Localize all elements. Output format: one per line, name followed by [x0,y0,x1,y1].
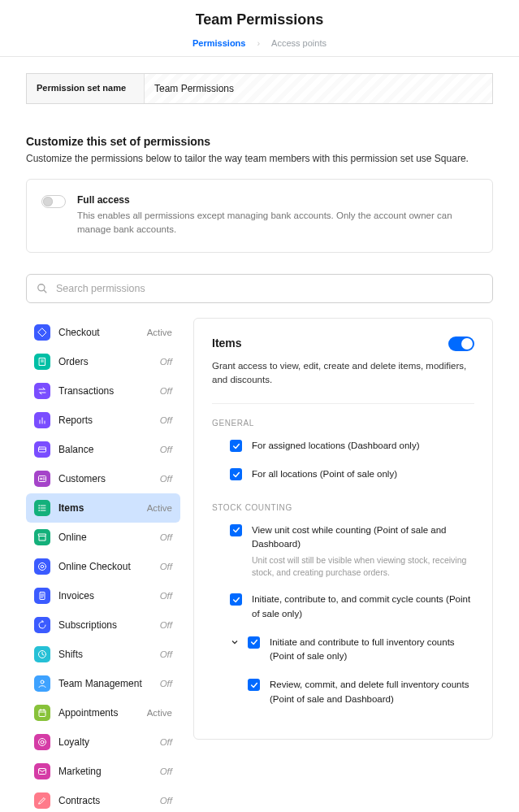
permission-row: Review, commit, and delete full inventor… [248,678,474,706]
sidebar-item-reports[interactable]: ReportsOff [26,406,180,435]
sidebar-item-appointments[interactable]: AppointmentsActive [26,698,180,727]
permission-label: For all locations (Point of sale only) [252,467,474,481]
clock-icon [34,646,50,662]
svg-point-11 [41,478,42,480]
sidebar-item-contracts[interactable]: ContractsOff [26,786,180,813]
sidebar-item-status: Active [147,708,172,718]
sidebar-item-label: Appointments [58,707,139,719]
permission-label: Initiate, contribute to, and commit cycl… [252,593,474,621]
sidebar-item-status: Off [160,679,172,688]
diamond-icon [34,324,50,341]
sidebar-item-status: Off [160,445,172,454]
detail-description: Grant access to view, edit, create and d… [212,359,474,388]
permission-checkbox[interactable] [248,679,260,691]
sidebar-item-status: Off [160,796,172,805]
permission-row: For all locations (Point of sale only) [230,467,474,481]
permission-group-label: STOCK COUNTING [212,503,474,512]
permission-checkbox[interactable] [230,524,242,536]
sidebar-item-subscriptions[interactable]: SubscriptionsOff [26,610,180,640]
customize-title: Customize this set of permissions [26,135,493,148]
sidebar-item-status: Off [160,357,172,367]
detail-master-toggle[interactable] [448,337,474,351]
sidebar-item-status: Off [160,766,172,776]
sidebar-item-orders[interactable]: OrdersOff [26,347,180,376]
sidebar-item-status: Off [160,649,172,659]
mail-icon [34,763,50,779]
permission-label: Review, commit, and delete full inventor… [270,678,474,706]
sidebar-item-status: Off [160,620,172,630]
sidebar-item-label: Marketing [58,766,152,777]
sidebar-item-label: Subscriptions [58,619,152,631]
sidebar-item-loyalty[interactable]: LoyaltyOff [26,727,180,757]
permission-label: Initiate and contribute to full inventor… [270,636,474,664]
breadcrumb-tabs: Permissions › Access points [0,38,519,48]
sidebar-item-team-management[interactable]: Team ManagementOff [26,669,180,698]
full-access-toggle[interactable] [41,195,66,208]
sidebar-item-status: Off [160,591,172,601]
detail-title: Items [212,337,242,350]
sidebar-item-label: Contracts [58,795,152,806]
idcard-icon [34,471,50,487]
svg-point-33 [41,740,44,744]
sidebar-item-status: Off [160,737,172,747]
customize-subtitle: Customize the permissions below to tailo… [26,153,493,164]
permission-detail-card: Items Grant access to view, edit, create… [193,318,493,740]
svg-point-32 [39,738,46,745]
sidebar-item-label: Balance [58,444,152,455]
bars-icon [34,412,50,428]
search-input[interactable] [56,283,482,294]
sidebar-item-items[interactable]: ItemsActive [26,493,180,523]
sidebar-item-online-checkout[interactable]: Online CheckoutOff [26,552,180,581]
permission-label: For assigned locations (Dashboard only) [252,439,474,453]
sidebar-item-invoices[interactable]: InvoicesOff [26,581,180,610]
sidebar-item-shifts[interactable]: ShiftsOff [26,640,180,669]
permission-checkbox[interactable] [230,593,242,606]
sidebar-item-label: Customers [58,473,152,484]
permission-checkbox[interactable] [248,636,260,649]
receipt-icon [34,354,50,370]
category-sidebar: CheckoutActiveOrdersOffTransactionsOffRe… [26,318,180,813]
search-permissions[interactable] [26,274,493,303]
full-access-card: Full access This enables all permissions… [26,179,493,253]
sidebar-item-transactions[interactable]: TransactionsOff [26,376,180,406]
sidebar-item-label: Team Management [58,678,152,689]
target-icon [34,734,50,750]
tab-permissions[interactable]: Permissions [192,38,245,48]
svg-point-18 [39,507,40,508]
sidebar-item-label: Shifts [58,649,152,660]
sidebar-item-status: Off [160,474,172,484]
sidebar-item-status: Off [160,415,172,425]
sidebar-item-label: Transactions [58,385,152,397]
sidebar-item-checkout[interactable]: CheckoutActive [26,318,180,347]
chevron-right-icon: › [257,38,260,48]
permission-label: View unit cost while counting (Point of … [252,523,474,552]
svg-line-1 [44,290,46,293]
svg-point-19 [39,510,40,510]
doc-icon [34,588,50,604]
sidebar-item-online[interactable]: OnlineOff [26,523,180,552]
permission-group-label: GENERAL [212,419,474,428]
permission-name-value[interactable]: Team Permissions [145,74,492,103]
sidebar-item-marketing[interactable]: MarketingOff [26,757,180,786]
svg-point-27 [41,680,44,684]
svg-rect-28 [39,710,45,716]
sidebar-item-status: Off [160,386,172,396]
tab-access-points[interactable]: Access points [271,38,327,48]
svg-point-0 [38,284,45,290]
sidebar-item-customers[interactable]: CustomersOff [26,464,180,493]
cycle-icon [34,617,50,633]
sidebar-item-label: Reports [58,415,152,426]
permission-row: For assigned locations (Dashboard only) [230,439,474,453]
permission-set-name-field: Permission set name Team Permissions [26,73,493,104]
permission-checkbox[interactable] [230,440,242,452]
sidebar-item-status: Active [147,503,172,513]
permission-checkbox[interactable] [230,468,242,480]
chevron-down-icon[interactable] [230,637,240,647]
store-icon [34,529,50,545]
sidebar-item-balance[interactable]: BalanceOff [26,435,180,464]
sidebar-item-label: Invoices [58,590,152,601]
cardmini-icon [34,441,50,458]
permission-row: View unit cost while counting (Point of … [230,523,474,579]
permission-name-label: Permission set name [27,74,145,103]
permission-help-text: Unit cost will still be visible when vie… [252,554,474,578]
